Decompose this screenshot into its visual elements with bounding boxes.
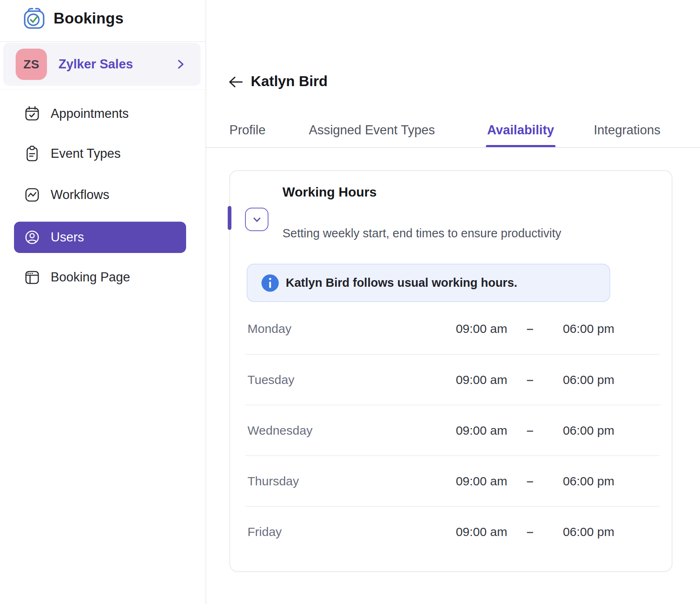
start-time[interactable]: 09:00 am — [446, 424, 507, 438]
chevron-right-icon — [176, 59, 186, 70]
browser-window-icon — [23, 268, 41, 286]
time-range-dash: – — [507, 373, 553, 387]
tab-integrations[interactable]: Integrations — [594, 122, 660, 138]
day-label: Tuesday — [247, 373, 446, 387]
working-hours-row: Wednesday 09:00 am – 06:00 pm — [245, 405, 660, 455]
section-accent-bar — [228, 206, 231, 230]
collapse-section-button[interactable] — [245, 208, 268, 231]
time-range-dash: – — [507, 322, 553, 336]
tabs-bottom-border — [206, 147, 700, 148]
workspace-switcher[interactable]: ZS Zylker Sales — [3, 43, 201, 86]
calendar-check-icon — [23, 105, 41, 123]
end-time[interactable]: 06:00 pm — [553, 525, 614, 539]
sidebar-item-label: Users — [51, 230, 84, 245]
workspace-divider — [0, 89, 205, 90]
start-time[interactable]: 09:00 am — [446, 474, 507, 488]
start-time[interactable]: 09:00 am — [446, 525, 507, 539]
workflow-pulse-icon — [23, 186, 41, 204]
notice-text: Katlyn Bird follows usual working hours. — [286, 276, 517, 290]
working-hours-list: Monday 09:00 am – 06:00 pm Tuesday 09:00… — [245, 303, 660, 557]
sidebar-item-appointments[interactable]: Appointments — [0, 98, 206, 129]
workspace-avatar: ZS — [16, 49, 47, 80]
info-icon — [261, 274, 279, 292]
sidebar-item-event-types[interactable]: Event Types — [0, 138, 206, 169]
end-time[interactable]: 06:00 pm — [553, 424, 614, 438]
working-hours-row: Tuesday 09:00 am – 06:00 pm — [245, 354, 660, 405]
workspace-name: Zylker Sales — [58, 57, 176, 72]
sidebar-top-divider — [0, 41, 205, 42]
end-time[interactable]: 06:00 pm — [553, 373, 614, 387]
working-hours-row: Monday 09:00 am – 06:00 pm — [245, 303, 660, 354]
bookings-logo-icon — [23, 7, 45, 30]
working-hours-row: Thursday 09:00 am – 06:00 pm — [245, 455, 660, 506]
sidebar-item-label: Workflows — [51, 187, 109, 202]
chevron-down-icon — [251, 213, 263, 226]
start-time[interactable]: 09:00 am — [446, 322, 507, 336]
working-hours-title: Working Hours — [282, 183, 377, 201]
day-label: Monday — [247, 322, 446, 336]
tab-assigned-event-types[interactable]: Assigned Event Types — [309, 122, 435, 138]
sidebar-item-label: Appointments — [51, 106, 129, 121]
end-time[interactable]: 06:00 pm — [553, 474, 614, 488]
time-range-dash: – — [507, 424, 553, 438]
sidebar-item-users[interactable]: Users — [14, 222, 186, 253]
working-hours-row: Friday 09:00 am – 06:00 pm — [245, 506, 660, 557]
tab-availability[interactable]: Availability — [487, 122, 554, 138]
app-title: Bookings — [54, 10, 124, 27]
day-label: Thursday — [247, 474, 446, 488]
page-title: Katlyn Bird — [251, 73, 328, 89]
working-hours-card: Working Hours Setting weekly start, end … — [229, 170, 672, 572]
tab-profile[interactable]: Profile — [229, 122, 266, 138]
sidebar-item-label: Event Types — [51, 146, 121, 161]
usual-hours-notice: Katlyn Bird follows usual working hours. — [247, 264, 610, 302]
end-time[interactable]: 06:00 pm — [553, 322, 614, 336]
user-circle-icon — [23, 228, 41, 246]
time-range-dash: – — [507, 525, 553, 539]
back-arrow-icon[interactable] — [227, 75, 244, 89]
start-time[interactable]: 09:00 am — [446, 373, 507, 387]
sidebar-item-label: Booking Page — [51, 270, 130, 285]
sidebar-item-workflows[interactable]: Workflows — [0, 179, 206, 211]
day-label: Friday — [247, 525, 446, 539]
app-logo: Bookings — [23, 7, 124, 30]
sidebar-item-booking-page[interactable]: Booking Page — [0, 262, 206, 293]
time-range-dash: – — [507, 474, 553, 488]
sidebar: Bookings ZS Zylker Sales Appointments Ev… — [0, 0, 206, 604]
day-label: Wednesday — [247, 424, 446, 438]
clipboard-icon — [23, 145, 41, 163]
working-hours-subtitle: Setting weekly start, end times to ensur… — [282, 226, 561, 241]
